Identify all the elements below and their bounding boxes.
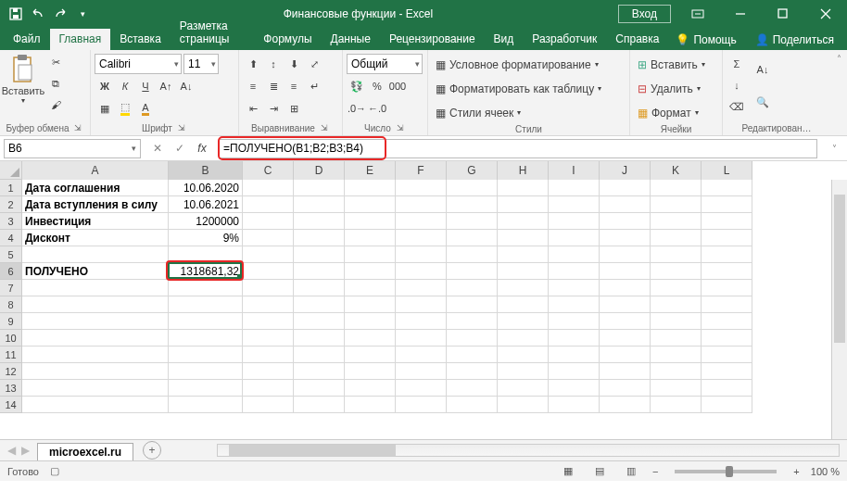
cell-F6[interactable] xyxy=(396,263,447,280)
cell-A10[interactable] xyxy=(22,330,169,346)
comma-icon[interactable]: 000 xyxy=(387,76,408,96)
sheet-tab[interactable]: microexcel.ru xyxy=(37,443,133,460)
tab-review[interactable]: Рецензирование xyxy=(380,29,485,50)
cell-A3[interactable]: Инвестиция xyxy=(22,213,169,230)
cell-L10[interactable] xyxy=(702,330,752,346)
cell-K12[interactable] xyxy=(651,363,702,380)
cell-H11[interactable] xyxy=(498,346,549,363)
row-header-8[interactable]: 8 xyxy=(0,296,22,313)
cell-L3[interactable] xyxy=(702,213,752,230)
col-header-F[interactable]: F xyxy=(396,161,447,180)
cell-I8[interactable] xyxy=(549,296,600,313)
cell-A7[interactable] xyxy=(22,280,169,296)
cell-H6[interactable] xyxy=(498,263,549,280)
cell-styles-button[interactable]: ▦Стили ячеек▾ xyxy=(432,102,525,123)
cell-B11[interactable] xyxy=(169,346,243,363)
format-as-table-button[interactable]: ▦Форматировать как таблицу▾ xyxy=(432,78,605,99)
delete-cells-button[interactable]: ⊟Удалить▾ xyxy=(634,78,704,99)
row-header-1[interactable]: 1 xyxy=(0,180,22,196)
name-box[interactable]: B6 xyxy=(4,139,141,158)
qat-customize-icon[interactable]: ▾ xyxy=(72,4,93,24)
cell-G4[interactable] xyxy=(447,230,498,246)
cell-J5[interactable] xyxy=(600,246,651,263)
zoom-in-icon[interactable]: + xyxy=(793,466,799,477)
cell-A9[interactable] xyxy=(22,313,169,330)
cell-K10[interactable] xyxy=(651,330,702,346)
row-header-5[interactable]: 5 xyxy=(0,246,22,263)
cell-C8[interactable] xyxy=(243,296,294,313)
cell-I13[interactable] xyxy=(549,380,600,397)
cell-A1[interactable]: Дата соглашения xyxy=(22,180,169,196)
cell-G6[interactable] xyxy=(447,263,498,280)
row-header-10[interactable]: 10 xyxy=(0,330,22,346)
font-size-combo[interactable]: 11 xyxy=(183,54,219,74)
cell-G9[interactable] xyxy=(447,313,498,330)
cell-C13[interactable] xyxy=(243,380,294,397)
row-header-13[interactable]: 13 xyxy=(0,380,22,397)
font-name-combo[interactable]: Calibri xyxy=(95,54,182,74)
cell-C6[interactable] xyxy=(243,263,294,280)
cell-D9[interactable] xyxy=(294,313,345,330)
row-header-9[interactable]: 9 xyxy=(0,313,22,330)
sort-filter-icon[interactable]: A↓ xyxy=(750,54,776,85)
cell-L14[interactable] xyxy=(702,397,752,413)
col-header-A[interactable]: A xyxy=(22,161,169,180)
cell-F4[interactable] xyxy=(396,230,447,246)
cell-F9[interactable] xyxy=(396,313,447,330)
italic-button[interactable]: К xyxy=(115,76,135,96)
col-header-C[interactable]: C xyxy=(243,161,294,180)
clipboard-launcher-icon[interactable]: ⇲ xyxy=(72,122,83,133)
col-header-G[interactable]: G xyxy=(447,161,498,180)
cell-I7[interactable] xyxy=(549,280,600,296)
fill-color-icon[interactable]: ⬚ xyxy=(115,98,135,119)
cell-L5[interactable] xyxy=(702,246,752,263)
cell-L2[interactable] xyxy=(702,196,752,213)
cell-K3[interactable] xyxy=(651,213,702,230)
cell-F2[interactable] xyxy=(396,196,447,213)
cell-L7[interactable] xyxy=(702,280,752,296)
border-icon[interactable]: ▦ xyxy=(95,98,115,119)
align-middle-icon[interactable]: ↕ xyxy=(263,54,284,74)
cell-B13[interactable] xyxy=(169,380,243,397)
cell-A2[interactable]: Дата вступления в силу xyxy=(22,196,169,213)
cell-F5[interactable] xyxy=(396,246,447,263)
percent-icon[interactable]: % xyxy=(367,76,387,96)
add-sheet-icon[interactable]: + xyxy=(143,441,161,460)
row-header-3[interactable]: 3 xyxy=(0,213,22,230)
page-layout-view-icon[interactable]: ▤ xyxy=(589,463,610,480)
horizontal-scrollbar[interactable] xyxy=(217,444,840,457)
expand-formula-bar-icon[interactable]: ˅ xyxy=(825,144,843,154)
col-header-J[interactable]: J xyxy=(600,161,651,180)
row-header-11[interactable]: 11 xyxy=(0,346,22,363)
cell-K8[interactable] xyxy=(651,296,702,313)
cell-G3[interactable] xyxy=(447,213,498,230)
cell-I10[interactable] xyxy=(549,330,600,346)
cell-H3[interactable] xyxy=(498,213,549,230)
align-launcher-icon[interactable]: ⇲ xyxy=(319,122,330,133)
cell-J13[interactable] xyxy=(600,380,651,397)
tab-pagelayout[interactable]: Разметка страницы xyxy=(171,16,255,50)
number-format-combo[interactable]: Общий xyxy=(347,54,423,74)
minimize-icon[interactable] xyxy=(719,0,762,27)
cell-E5[interactable] xyxy=(345,246,396,263)
cell-C5[interactable] xyxy=(243,246,294,263)
close-icon[interactable] xyxy=(804,0,847,27)
cell-E4[interactable] xyxy=(345,230,396,246)
cell-H12[interactable] xyxy=(498,363,549,380)
cell-E8[interactable] xyxy=(345,296,396,313)
cell-G1[interactable] xyxy=(447,180,498,196)
cell-C11[interactable] xyxy=(243,346,294,363)
cell-I4[interactable] xyxy=(549,230,600,246)
cell-L9[interactable] xyxy=(702,313,752,330)
merge-icon[interactable]: ⊞ xyxy=(284,98,304,119)
cell-B10[interactable] xyxy=(169,330,243,346)
cell-E6[interactable] xyxy=(345,263,396,280)
cell-B5[interactable] xyxy=(169,246,243,263)
cell-F13[interactable] xyxy=(396,380,447,397)
cell-A4[interactable]: Дисконт xyxy=(22,230,169,246)
insert-cells-button[interactable]: ⊞Вставить▾ xyxy=(634,54,709,75)
col-header-B[interactable]: B xyxy=(169,161,243,180)
cell-D8[interactable] xyxy=(294,296,345,313)
cell-D3[interactable] xyxy=(294,213,345,230)
align-left-icon[interactable]: ≡ xyxy=(243,76,263,96)
